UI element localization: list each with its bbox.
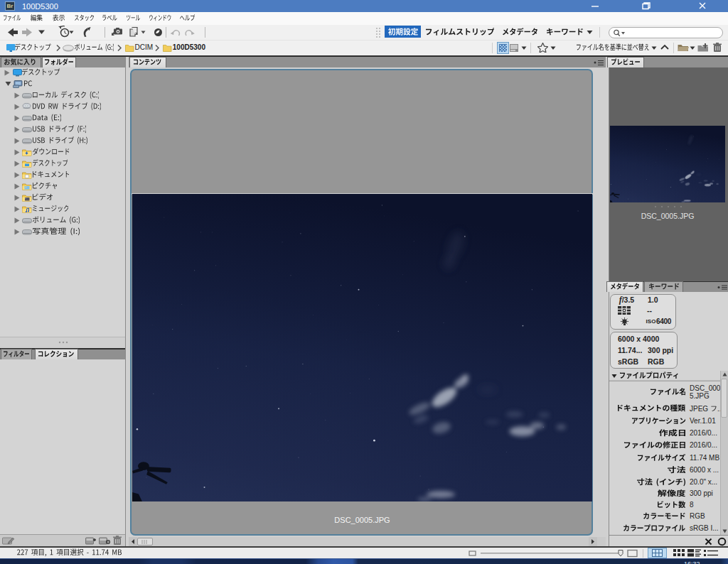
svg-text:16:32: 16:32 [684, 560, 700, 564]
